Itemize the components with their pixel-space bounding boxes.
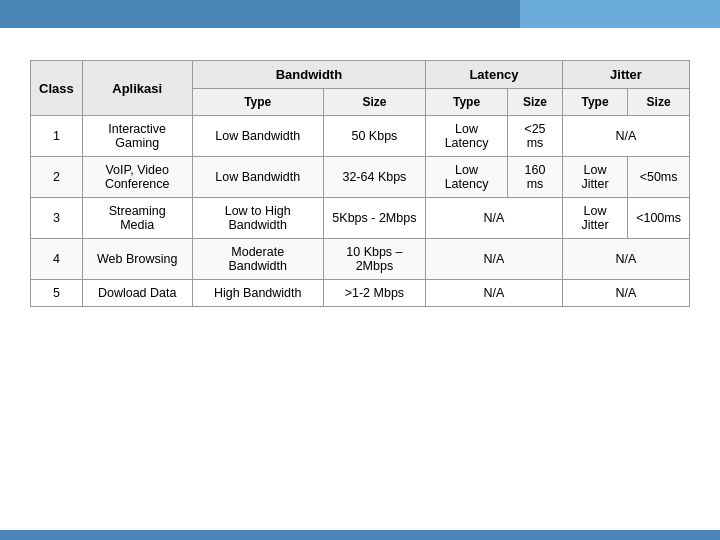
main-content: Class Aplikasi Bandwidth Latency Jitter … (30, 60, 690, 307)
top-bar-accent (520, 0, 720, 28)
qos-table: Class Aplikasi Bandwidth Latency Jitter … (30, 60, 690, 307)
table-row: 1Interactive GamingLow Bandwidth50 KbpsL… (31, 116, 690, 157)
col-aplikasi: Aplikasi (82, 61, 192, 116)
lat-size-header: Size (508, 89, 563, 116)
table-row: 5Dowload DataHigh Bandwidth>1-2 MbpsN/AN… (31, 280, 690, 307)
table-row: 3Streaming MediaLow to High Bandwidth5Kb… (31, 198, 690, 239)
table-row: 4Web BrowsingModerate Bandwidth10 Kbps –… (31, 239, 690, 280)
col-jitter-header: Jitter (562, 61, 689, 89)
jit-size-header: Size (628, 89, 690, 116)
top-bar (0, 0, 720, 28)
bottom-bar (0, 530, 720, 540)
jit-type-header: Type (562, 89, 627, 116)
bw-type-header: Type (192, 89, 323, 116)
lat-type-header: Type (426, 89, 508, 116)
col-latency-header: Latency (426, 61, 563, 89)
col-bandwidth-header: Bandwidth (192, 61, 425, 89)
bw-size-header: Size (323, 89, 425, 116)
table-row: 2VoIP, Video ConferenceLow Bandwidth32-6… (31, 157, 690, 198)
col-class: Class (31, 61, 83, 116)
